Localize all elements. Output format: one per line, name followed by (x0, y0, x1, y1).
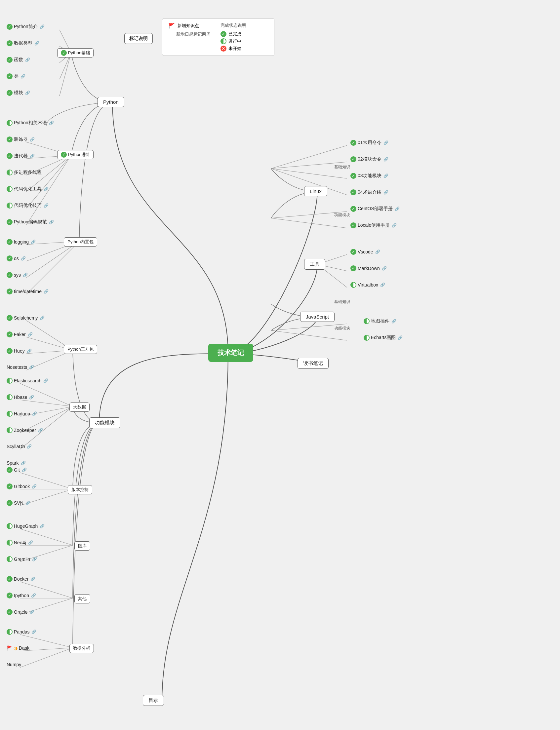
data-types-node: ✓ 数据类型 🔗 (7, 40, 39, 46)
centos-node: ✓ CentOS部署手册 🔗 (350, 206, 400, 212)
link-icon[interactable]: 🔗 (21, 461, 26, 465)
link-icon[interactable]: 🔗 (380, 283, 385, 287)
link-icon[interactable]: 🔗 (383, 157, 388, 162)
link-icon[interactable]: 🔗 (27, 349, 32, 353)
zookeeper-node: Zookeeper 🔗 (7, 427, 43, 433)
legend-completion-title: 完成状态说明 (220, 22, 246, 28)
link-icon[interactable]: 🔗 (40, 316, 45, 320)
link-icon[interactable]: 🔗 (30, 577, 35, 581)
link-icon[interactable]: 🔗 (383, 190, 388, 195)
link-icon[interactable]: 🔗 (40, 24, 45, 29)
bigdata-box: 大数据 (69, 402, 90, 412)
link-icon[interactable]: 🔗 (40, 524, 45, 528)
link-icon[interactable]: 🔗 (32, 557, 37, 561)
done-icon: ✓ (61, 152, 67, 158)
half-icon (7, 629, 13, 635)
python-advanced-box: ✓ Python进阶 (57, 150, 94, 159)
link-icon[interactable]: 🔗 (44, 187, 49, 191)
link-icon[interactable]: 🔗 (32, 411, 37, 416)
svg-line-41 (271, 218, 347, 228)
sys-node: ✓ sys 🔗 (7, 272, 28, 278)
dask-node: 🚩 ◑ Dask (7, 645, 29, 651)
not-icon: ✕ (220, 46, 226, 52)
link-icon[interactable]: 🔗 (49, 121, 54, 125)
link-icon[interactable]: 🔗 (34, 41, 39, 46)
graph-db-box: 图库 (74, 541, 90, 550)
link-icon[interactable]: 🔗 (25, 501, 30, 505)
done-icon: ✓ (350, 206, 356, 212)
done-icon: ✓ (7, 483, 13, 489)
os-node: ✓ os 🔗 (7, 256, 26, 262)
done-icon: ✓ (350, 173, 356, 179)
half-icon (350, 282, 356, 288)
link-icon[interactable]: 🔗 (29, 610, 34, 614)
sqlalchemy-node: ✓ Sqlalchemy 🔗 (7, 315, 45, 321)
done-icon: ✓ (7, 40, 13, 46)
link-icon[interactable]: 🔗 (28, 540, 33, 545)
func-module-js-box: 功能模块 (332, 325, 352, 332)
link-icon[interactable]: 🔗 (31, 240, 36, 244)
link-icon[interactable]: 🔗 (31, 593, 36, 598)
link-icon[interactable]: 🔗 (398, 336, 403, 340)
svg-line-35 (20, 648, 73, 668)
link-icon[interactable]: 🔗 (383, 174, 388, 178)
done-icon: ✓ (7, 57, 13, 63)
link-icon[interactable]: 🔗 (21, 256, 26, 261)
time-datetime-node: ✓ time/datetime 🔗 (7, 289, 49, 295)
link-icon[interactable]: 🔗 (27, 444, 32, 449)
link-icon[interactable]: 🔗 (20, 74, 25, 79)
done-icon: ✓ (7, 239, 13, 245)
spark-node: Spark 🔗 (7, 460, 26, 466)
link-icon[interactable]: 🔗 (25, 91, 30, 95)
half-icon (7, 427, 13, 433)
link-icon[interactable]: 🔗 (375, 250, 380, 254)
python-coding-node: ✓ Python编码规范 🔗 (7, 219, 54, 225)
half-icon (7, 411, 13, 417)
link-icon[interactable]: 🔗 (38, 428, 43, 432)
link-icon[interactable]: 🔗 (392, 223, 397, 228)
link-icon[interactable]: 🔗 (383, 141, 388, 145)
virtualbox-node: Virtualbox 🔗 (350, 282, 385, 288)
link-icon[interactable]: 🔗 (31, 629, 36, 634)
done-icon: ✓ (350, 156, 356, 162)
svg-line-46 (271, 331, 347, 341)
link-icon[interactable]: 🔗 (29, 365, 34, 369)
link-icon[interactable]: 🔗 (44, 289, 49, 294)
done-icon: ✓ (7, 153, 13, 159)
link-icon[interactable]: 🔗 (44, 203, 49, 208)
map-plugin-node: 地图插件 🔗 (364, 318, 396, 324)
link-icon[interactable]: 🔗 (22, 467, 27, 472)
func-module-linux-box: 功能模块 (332, 212, 352, 219)
center-node: 技术笔记 (208, 344, 253, 362)
legend-in-progress: 进行中 (228, 38, 241, 44)
tools-box: 工具 (304, 259, 325, 270)
scylladb-node: ScyllaDb 🔗 (7, 444, 32, 449)
done-icon: ✓ (220, 31, 226, 37)
link-icon[interactable]: 🔗 (28, 332, 33, 337)
done-icon: ✓ (61, 50, 67, 56)
numpy-node: Numpy (7, 662, 21, 667)
link-icon[interactable]: 🔗 (30, 154, 35, 158)
gitbook-node: ✓ Gitbook 🔗 (7, 483, 37, 489)
nosetests-node: Nosetests 🔗 (7, 365, 34, 370)
link-icon[interactable]: 🔗 (30, 137, 35, 142)
faker-node: ✓ Faker 🔗 (7, 332, 33, 338)
link-icon[interactable]: 🔗 (49, 220, 54, 224)
link-icon[interactable]: 🔗 (382, 266, 387, 271)
legend: 🚩 新增知识点 新增日起标记两周 完成状态说明 ✓ 已完成 进行中 ✕ 未开始 (162, 18, 274, 56)
link-icon[interactable]: 🔗 (29, 395, 34, 399)
done-icon: ✓ (7, 24, 13, 30)
link-icon[interactable]: 🔗 (32, 484, 37, 489)
done-icon: ✓ (7, 90, 13, 96)
link-icon[interactable]: 🔗 (43, 378, 48, 383)
done-icon: ✓ (7, 272, 13, 278)
svn-node: ✓ SVN 🔗 (7, 500, 30, 506)
link-icon[interactable]: 🔗 (391, 319, 396, 324)
version-control-box: 版本控制 (68, 485, 92, 494)
link-icon[interactable]: 🔗 (23, 273, 28, 277)
done-icon: ✓ (7, 332, 13, 338)
cmd02-node: ✓ 02模块命令 🔗 (350, 156, 388, 162)
link-icon[interactable]: 🔗 (395, 207, 400, 211)
docker-node: ✓ Docker 🔗 (7, 576, 35, 582)
link-icon[interactable]: 🔗 (25, 58, 30, 62)
